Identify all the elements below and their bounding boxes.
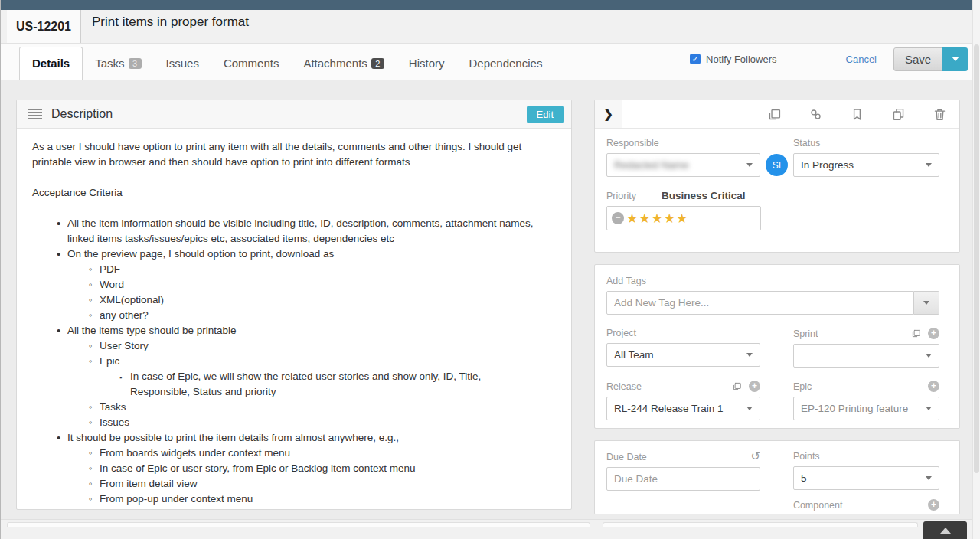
description-body: As a user I should have option to print … bbox=[17, 129, 571, 518]
description-bullet: In case of Epic, we will show the relate… bbox=[130, 369, 482, 400]
description-panel-header: Description Edit bbox=[17, 100, 571, 129]
cancel-link[interactable]: Cancel bbox=[846, 54, 877, 65]
description-panel-title: Description bbox=[51, 107, 113, 121]
description-bullet: From boards widgets under context menu bbox=[100, 446, 556, 461]
description-bullet: PDF bbox=[100, 262, 556, 277]
release-select[interactable]: RL-244 Release Train 1 bbox=[606, 397, 760, 420]
tab-label: Details bbox=[32, 57, 70, 70]
epic-value: EP-120 Printing feature bbox=[801, 403, 926, 414]
tab-history[interactable]: History bbox=[397, 47, 457, 80]
item-header: US-12201 Print items in proper format bbox=[1, 10, 980, 44]
tab-dependencies[interactable]: Dependencies bbox=[456, 47, 554, 80]
item-action-icons bbox=[767, 107, 959, 122]
collapse-panel-button[interactable]: ❯ bbox=[595, 100, 622, 128]
caret-down-icon bbox=[746, 353, 753, 357]
tab-tasks[interactable]: Tasks3 bbox=[83, 47, 153, 80]
caret-down-icon bbox=[746, 407, 753, 410]
description-bullet: All the item information should be visib… bbox=[67, 216, 556, 247]
open-in-window-icon[interactable] bbox=[767, 107, 782, 122]
epic-label: Epic bbox=[793, 381, 812, 392]
tab-label: History bbox=[409, 57, 445, 70]
responsible-label: Responsible bbox=[606, 138, 760, 149]
responsible-avatar[interactable]: SI bbox=[766, 154, 788, 176]
caret-down-icon bbox=[952, 57, 959, 61]
tag-dropdown-button[interactable] bbox=[914, 291, 939, 315]
responsible-select[interactable]: Redacted Name bbox=[606, 153, 760, 177]
component-label: Component bbox=[793, 500, 843, 511]
add-release-icon[interactable]: + bbox=[749, 381, 760, 392]
bookmark-icon[interactable] bbox=[850, 107, 864, 122]
status-value: In Progress bbox=[801, 159, 926, 171]
description-bullet: Tasks bbox=[100, 400, 556, 415]
description-panel: Description Edit As a user I should have… bbox=[16, 100, 572, 510]
description-bullet: All the items type should be printable bbox=[67, 323, 556, 338]
caret-down-icon bbox=[746, 163, 753, 167]
properties-panel-toolbar: ❯ bbox=[595, 100, 959, 129]
drag-handle-icon[interactable] bbox=[28, 109, 42, 119]
open-sprint-icon[interactable] bbox=[911, 328, 921, 338]
tab-details[interactable]: Details bbox=[19, 47, 83, 80]
description-bullet: It should be possible to print the item … bbox=[67, 430, 556, 446]
tab-bar: DetailsTasks3IssuesCommentsAttachments2H… bbox=[1, 44, 980, 80]
scrollbar-thumb[interactable] bbox=[974, 44, 979, 473]
app-top-bar bbox=[1, 0, 980, 10]
item-title: Print items in proper format bbox=[81, 10, 249, 43]
properties-panel-planning: Add Tags Project All Team Sprint bbox=[594, 264, 960, 429]
caret-down-icon bbox=[926, 407, 932, 410]
caret-down-icon bbox=[926, 476, 932, 480]
collapsed-panel-stub[interactable] bbox=[603, 522, 918, 527]
sprint-label: Sprint bbox=[793, 328, 818, 339]
acceptance-criteria-list: All the item information should be visib… bbox=[32, 216, 556, 507]
due-date-label: Due Date bbox=[606, 452, 647, 462]
save-dropdown-button[interactable] bbox=[942, 47, 968, 71]
reset-due-date-icon[interactable]: ↺ bbox=[751, 451, 761, 462]
tab-label: Attachments bbox=[303, 57, 367, 70]
description-bullet: From pop-up under context menu bbox=[100, 492, 556, 507]
notify-followers-checkbox[interactable]: ✓ bbox=[690, 54, 701, 64]
open-release-icon[interactable] bbox=[732, 381, 742, 391]
tab-label: Dependencies bbox=[469, 57, 542, 70]
priority-level-name: Business Critical bbox=[662, 190, 746, 201]
status-label: Status bbox=[793, 138, 939, 149]
tab-label: Issues bbox=[166, 57, 199, 70]
description-bullet: Word bbox=[100, 277, 556, 292]
points-select[interactable]: 5 bbox=[793, 466, 939, 490]
description-paragraph: As a user I should have option to print … bbox=[32, 139, 556, 170]
tab-bar-tabs: DetailsTasks3IssuesCommentsAttachments2H… bbox=[19, 44, 554, 80]
points-label: Points bbox=[793, 451, 939, 462]
edit-description-button[interactable]: Edit bbox=[527, 106, 564, 123]
tab-comments[interactable]: Comments bbox=[211, 47, 292, 80]
priority-rating[interactable]: − ★★★★★ bbox=[606, 206, 761, 230]
add-component-icon[interactable]: + bbox=[928, 499, 939, 511]
link-icon[interactable] bbox=[808, 107, 823, 122]
status-select[interactable]: In Progress bbox=[793, 153, 939, 177]
vertical-scrollbar[interactable] bbox=[972, 0, 980, 539]
save-button[interactable]: Save bbox=[893, 47, 942, 71]
description-bullet: any other? bbox=[100, 308, 556, 323]
sprint-select[interactable] bbox=[793, 344, 939, 368]
tab-count-badge: 3 bbox=[129, 58, 142, 69]
item-id-badge: US-12201 bbox=[7, 10, 81, 43]
release-label: Release bbox=[606, 381, 642, 392]
caret-down-icon bbox=[923, 301, 929, 305]
project-select[interactable]: All Team bbox=[606, 343, 760, 367]
delete-icon[interactable] bbox=[933, 107, 947, 122]
tab-issues[interactable]: Issues bbox=[154, 47, 211, 80]
description-bullet: From item detail view bbox=[100, 476, 556, 492]
copy-icon[interactable] bbox=[891, 107, 906, 122]
description-bullet: User Story bbox=[100, 338, 556, 354]
collapsed-panel-stub[interactable] bbox=[7, 522, 590, 527]
description-subheading: Acceptance Criteria bbox=[32, 185, 556, 201]
project-value: All Team bbox=[614, 349, 746, 361]
description-bullet: On the preview page, I should option to … bbox=[67, 247, 556, 262]
add-sprint-icon[interactable]: + bbox=[928, 328, 939, 339]
expand-bottom-panel-button[interactable] bbox=[923, 521, 967, 539]
add-tag-input[interactable] bbox=[606, 291, 914, 315]
due-date-input[interactable] bbox=[606, 467, 760, 491]
clear-priority-icon[interactable]: − bbox=[612, 212, 624, 224]
epic-select[interactable]: EP-120 Printing feature bbox=[793, 397, 939, 420]
chevron-right-icon: ❯ bbox=[603, 107, 613, 121]
add-epic-icon[interactable]: + bbox=[928, 381, 939, 392]
project-label: Project bbox=[606, 328, 760, 338]
tab-attachments[interactable]: Attachments2 bbox=[291, 47, 396, 80]
